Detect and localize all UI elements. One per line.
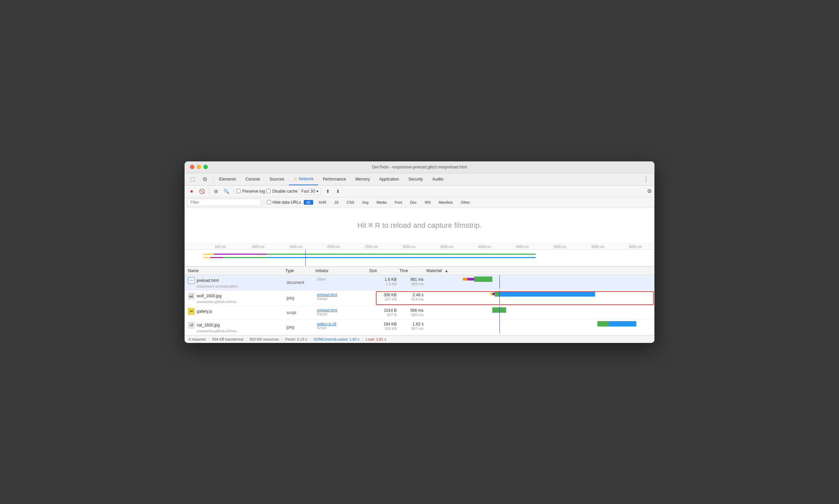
- cell-type-1: document: [285, 275, 316, 290]
- filter-manifest[interactable]: Manifest: [436, 200, 456, 205]
- col-header-initiator: Initiator: [316, 268, 369, 273]
- cell-waterfall-1: [426, 275, 655, 289]
- maximize-button[interactable]: [203, 165, 208, 169]
- record-button[interactable]: ●: [187, 187, 196, 196]
- cell-type-2: jpeg: [285, 291, 316, 306]
- cell-name-2: wolf_1600.jpg yoavweiss.github.io/ima...: [184, 291, 285, 306]
- cell-init-2: preload.html Parser: [316, 291, 369, 306]
- chevron-down-icon: ▾: [317, 189, 319, 194]
- device-icon[interactable]: ⧉: [199, 173, 210, 185]
- tab-performance[interactable]: Performance: [318, 173, 351, 185]
- throttle-select[interactable]: Fast 3G ▾: [299, 188, 321, 195]
- filter-media[interactable]: Media: [374, 200, 389, 205]
- table-row[interactable]: cat_1600.jpg yoavweiss.github.io/ima... …: [184, 320, 655, 335]
- filter-sep: [264, 199, 264, 205]
- row2-time1: 2.48 s: [412, 293, 424, 297]
- cell-waterfall-4: [426, 320, 655, 333]
- table-row[interactable]: JS gallery.js script preload.html Parser…: [184, 306, 655, 320]
- file-icon-jpg-wolf: [188, 293, 195, 299]
- col-header-time: Time: [399, 268, 426, 273]
- svg-point-1: [192, 294, 193, 295]
- filter-ws[interactable]: WS: [422, 200, 433, 205]
- row4-size2: 193 KB: [385, 326, 397, 330]
- row1-time2: 983 ms: [411, 282, 424, 286]
- file-icon-html: <>: [188, 277, 195, 284]
- tab-sources[interactable]: Sources: [265, 173, 289, 185]
- status-transferred: 504 KB transferred: [212, 337, 243, 341]
- tick-2000: 2000 ms: [315, 245, 353, 249]
- hide-data-urls-checkbox[interactable]: [267, 200, 271, 204]
- status-sep-3: |: [282, 337, 283, 341]
- warn-icon: ⚠: [293, 177, 297, 181]
- filter-img[interactable]: Img: [360, 200, 371, 205]
- window-title: DevTools - responsive-preload.glitch.me/…: [190, 165, 649, 169]
- svg-point-3: [192, 323, 193, 325]
- tick-3000: 3000 ms: [390, 245, 428, 249]
- more-tabs-button[interactable]: ⋮: [640, 176, 652, 183]
- row3-time1: 566 ms: [410, 308, 424, 313]
- row4-init-link[interactable]: gallery.js:18: [317, 322, 336, 326]
- row2-init-sub: Parser: [317, 296, 327, 301]
- toolbar-sep-2: [233, 188, 234, 195]
- disable-cache-checkbox[interactable]: [266, 189, 270, 193]
- tab-elements[interactable]: Elements: [214, 173, 240, 185]
- clear-button[interactable]: 🚫: [197, 187, 206, 196]
- status-sep-4: |: [310, 337, 311, 341]
- file-icon-jpg-cat: [188, 322, 195, 328]
- status-load: Load: 1.61 s: [366, 337, 386, 341]
- table-body: <> preload.html responsive-preload.glitc…: [184, 275, 655, 335]
- filter-font[interactable]: Font: [392, 200, 405, 205]
- minimize-button[interactable]: [197, 165, 201, 169]
- tab-network[interactable]: ⚠ Network: [289, 173, 318, 185]
- filter-xhr[interactable]: XHR: [316, 200, 329, 205]
- export-button[interactable]: ⬇: [334, 187, 342, 196]
- filter-all[interactable]: All: [304, 200, 313, 205]
- cursor-icon[interactable]: ⬚: [187, 173, 198, 185]
- tab-application[interactable]: Application: [375, 173, 404, 185]
- row2-init-link[interactable]: preload.html: [317, 293, 337, 296]
- cell-waterfall-2: [426, 291, 655, 304]
- row3-size2: 827 B: [387, 313, 397, 317]
- table-row[interactable]: <> preload.html responsive-preload.glitc…: [184, 275, 655, 291]
- settings-button[interactable]: ⚙: [647, 188, 652, 194]
- disable-cache-check[interactable]: Disable cache: [266, 189, 297, 194]
- filter-icon[interactable]: ⊞: [212, 187, 220, 196]
- close-button[interactable]: [190, 165, 194, 169]
- row1-size2: 1.5 KB: [386, 282, 397, 286]
- tab-console[interactable]: Console: [240, 173, 265, 185]
- import-button[interactable]: ⬆: [323, 187, 332, 196]
- filter-other[interactable]: Other: [458, 200, 473, 205]
- devtools-window: DevTools - responsive-preload.glitch.me/…: [184, 161, 655, 343]
- row2-url: yoavweiss.github.io/ima...: [188, 300, 238, 304]
- row3-time2: 565 ms: [411, 313, 424, 317]
- timeline-vertical-line: [305, 250, 306, 266]
- table-row[interactable]: wolf_1600.jpg yoavweiss.github.io/ima...…: [184, 291, 655, 306]
- tab-memory[interactable]: Memory: [351, 173, 375, 185]
- cell-time-2: 2.48 s 814 ms: [399, 291, 426, 306]
- sort-arrow-icon: ▲: [444, 268, 448, 273]
- filter-input[interactable]: [187, 199, 261, 206]
- timeline-ruler: 500 ms 1000 ms 1500 ms 2000 ms 2500 ms 3…: [184, 244, 655, 250]
- row3-init-link[interactable]: preload.html: [317, 308, 337, 312]
- tick-4000: 4000 ms: [466, 245, 504, 249]
- filter-doc[interactable]: Doc: [407, 200, 420, 205]
- preserve-log-checkbox[interactable]: [236, 189, 240, 193]
- preserve-log-check[interactable]: Preserve log: [236, 189, 265, 194]
- row1-filename: preload.html: [197, 278, 219, 283]
- filter-js[interactable]: JS: [332, 200, 341, 205]
- network-table: Name Type Initiator Size Time Waterfall …: [184, 267, 655, 335]
- tick-5500: 5500 ms: [579, 245, 617, 249]
- search-button[interactable]: 🔍: [222, 187, 231, 196]
- status-resources: 503 KB resources: [249, 337, 279, 341]
- tab-audits[interactable]: Audits: [428, 173, 448, 185]
- tab-security[interactable]: Security: [404, 173, 428, 185]
- hide-data-urls-check[interactable]: Hide data URLs: [267, 200, 301, 205]
- timeline-area: 500 ms 1000 ms 1500 ms 2000 ms 2500 ms 3…: [184, 244, 655, 267]
- cell-size-3: 1014 B 827 B: [369, 306, 399, 320]
- filter-css[interactable]: CSS: [344, 200, 357, 205]
- status-sep-1: |: [209, 337, 210, 341]
- tick-2500: 2500 ms: [352, 245, 390, 249]
- toolbar-sep-1: [209, 188, 209, 195]
- tick-1500: 1500 ms: [277, 245, 315, 249]
- tick-500: 500 ms: [201, 245, 239, 249]
